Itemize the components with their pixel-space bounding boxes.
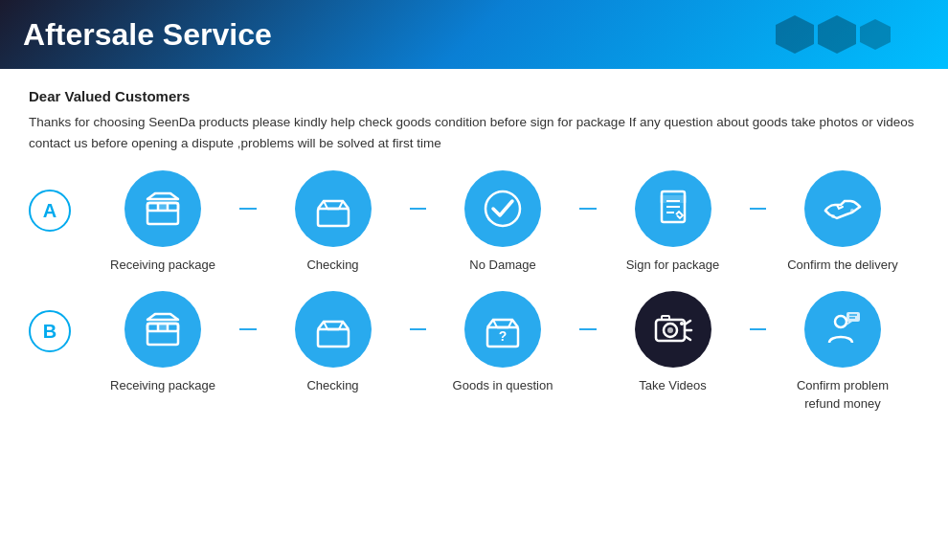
step-a-receiving-icon-wrap (124, 170, 201, 247)
step-b-receiving-icon-wrap (124, 291, 201, 368)
badge-b: B (29, 310, 71, 352)
svg-rect-4 (158, 203, 168, 211)
steps-row-a: Receiving package Checking (86, 170, 919, 274)
box-open-icon-b (310, 306, 356, 352)
step-b-goods: ? Goods in question (426, 291, 579, 394)
step-b-videos-label: Take Videos (639, 377, 707, 394)
svg-rect-23 (158, 324, 168, 331)
refund-icon (820, 306, 866, 352)
step-b-receiving: Receiving package (86, 291, 239, 394)
step-a-confirm: Confirm the delivery (766, 170, 919, 274)
step-a-checking: Checking (257, 170, 410, 274)
steps-row-b: Receiving package Checking (86, 291, 919, 412)
step-a-nodamage: No Damage (426, 170, 579, 274)
question-box-icon: ? (480, 306, 526, 352)
hex-icon-1 (776, 15, 814, 54)
step-a-sign-icon-wrap (635, 170, 711, 247)
svg-point-18 (850, 209, 854, 213)
connector-a4 (750, 208, 767, 210)
connector-b3 (579, 328, 597, 330)
connector-b4 (750, 328, 767, 330)
svg-rect-28 (318, 329, 349, 347)
document-sign-icon (650, 186, 696, 232)
svg-point-11 (485, 191, 520, 226)
svg-rect-9 (318, 209, 349, 226)
step-b-receiving-label: Receiving package (110, 377, 215, 394)
box-open-icon-a (310, 186, 356, 232)
step-a-sign-label: Sign for package (626, 257, 720, 274)
step-b-checking-icon-wrap (295, 291, 372, 368)
step-a-confirm-label: Confirm the delivery (787, 257, 898, 274)
svg-text:?: ? (499, 328, 508, 344)
step-b-videos-icon-wrap (635, 291, 711, 368)
step-a-checking-label: Checking (306, 257, 358, 274)
hex-icon-3 (860, 19, 891, 50)
step-b-confirm-label: Confirm problem refund money (797, 377, 889, 412)
svg-rect-16 (660, 195, 687, 203)
step-b-confirm-icon-wrap (804, 291, 881, 368)
box-closed-icon (140, 186, 186, 232)
description-text: Thanks for choosing SeenDa products plea… (29, 112, 919, 153)
flow-row-b: B Receiving pac (29, 291, 919, 412)
step-b-checking: Checking (257, 291, 410, 394)
connector-b1 (239, 328, 257, 330)
header-decoration (776, 15, 891, 54)
step-a-receiving: Receiving package (86, 170, 239, 274)
badge-a: A (29, 190, 71, 232)
header-title: Aftersale Service (23, 17, 272, 53)
step-b-goods-label: Goods in question (453, 377, 553, 394)
step-b-goods-icon-wrap: ? (464, 291, 541, 368)
box-closed-icon-b (140, 306, 186, 352)
step-a-checking-icon-wrap (295, 170, 372, 247)
svg-rect-42 (846, 312, 860, 322)
greeting-text: Dear Valued Customers (29, 88, 919, 104)
svg-point-35 (667, 327, 673, 333)
connector-b2 (410, 328, 427, 330)
step-a-receiving-label: Receiving package (110, 257, 215, 274)
checkmark-icon (480, 186, 526, 232)
connector-a3 (579, 208, 597, 210)
step-b-checking-label: Checking (306, 377, 358, 394)
svg-point-41 (835, 316, 846, 327)
handshake-icon (820, 186, 866, 232)
svg-point-37 (680, 322, 684, 325)
camera-icon (650, 306, 696, 352)
step-a-nodamage-icon-wrap (464, 170, 541, 247)
flow-row-a: A Receiving pac (29, 170, 919, 274)
step-a-sign: Sign for package (597, 170, 750, 274)
hex-icon-2 (818, 15, 856, 54)
step-b-videos: Take Videos (597, 291, 750, 394)
svg-rect-36 (662, 316, 669, 320)
svg-point-17 (831, 214, 835, 218)
content-area: Dear Valued Customers Thanks for choosin… (0, 69, 948, 449)
step-a-nodamage-label: No Damage (469, 257, 535, 274)
header: Aftersale Service (0, 0, 948, 69)
step-a-confirm-icon-wrap (804, 170, 881, 247)
connector-a2 (410, 208, 427, 210)
connector-a1 (239, 208, 257, 210)
step-b-confirm: Confirm problem refund money (766, 291, 919, 412)
